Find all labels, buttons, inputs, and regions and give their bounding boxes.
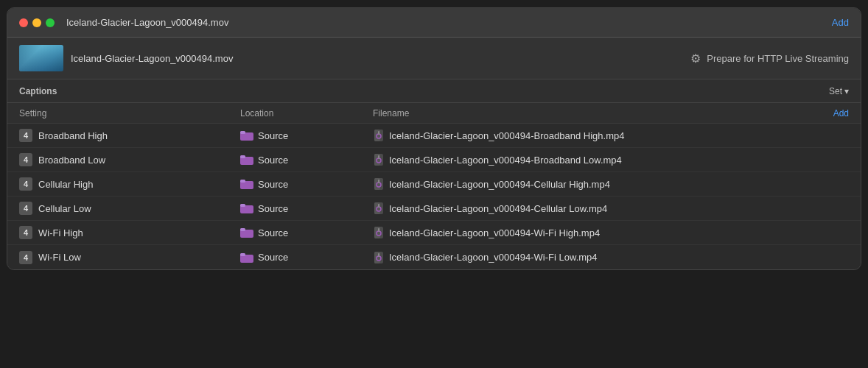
svg-rect-29 [378,228,379,232]
streaming-label: Prepare for HTTP Live Streaming [707,53,849,64]
table-body: 4 Broadband High Source Iceland- [7,124,861,269]
filename-label: Iceland-Glacier-Lagoon_v000494-Broadband… [389,130,624,141]
set-label: Set [829,86,842,96]
filename-label: Iceland-Glacier-Lagoon_v000494-Wi-Fi Hig… [389,227,600,238]
file-icon [373,154,385,166]
setting-label: Wi-Fi High [38,227,83,238]
table-row[interactable]: 4 Cellular High Source Iceland-G [7,172,861,197]
location-cell: Source [240,155,373,166]
table-row[interactable]: 4 Wi-Fi High Source Iceland-Glac [7,221,861,245]
num-badge: 4 [19,251,32,264]
table-row[interactable]: 4 Wi-Fi Low Source Iceland-Glaci [7,245,861,269]
location-label: Source [258,179,288,190]
location-label: Source [258,155,288,166]
setting-cell: 4 Broadband High [19,129,240,142]
file-icon [373,178,385,190]
folder-icon [240,203,253,213]
col-header-location: Location [240,108,373,118]
svg-rect-7 [240,155,245,158]
location-cell: Source [240,252,373,263]
svg-rect-5 [378,131,379,135]
location-label: Source [258,227,288,238]
setting-label: Cellular High [38,179,93,190]
file-thumbnail [19,45,63,71]
table-header: Setting Location Filename Add [7,103,861,124]
num-badge: 4 [19,177,32,191]
main-window: Iceland-Glacier-Lagoon_v000494.mov Add I… [7,7,861,270]
setting-cell: 4 Wi-Fi Low [19,251,240,264]
svg-rect-13 [240,180,245,183]
location-cell: Source [240,227,373,238]
setting-cell: 4 Wi-Fi High [19,226,240,239]
filename-cell: Iceland-Glacier-Lagoon_v000494-Broadband… [373,130,849,141]
captions-header: Captions Set ▾ [7,79,861,103]
setting-label: Wi-Fi Low [38,252,81,263]
svg-rect-1 [240,131,245,134]
folder-icon [240,227,253,238]
title-bar: Iceland-Glacier-Lagoon_v000494.mov Add [7,8,861,38]
num-badge: 4 [19,202,32,215]
col-header-filename: Filename [373,108,833,118]
svg-rect-31 [240,253,245,256]
folder-icon [240,155,253,165]
window-title: Iceland-Glacier-Lagoon_v000494.mov [66,17,228,28]
location-label: Source [258,130,288,141]
close-button[interactable] [19,18,28,27]
filename-cell: Iceland-Glacier-Lagoon_v000494-Wi-Fi Low… [373,252,849,263]
col-header-setting: Setting [19,108,240,118]
svg-rect-11 [378,155,379,159]
title-bar-left: Iceland-Glacier-Lagoon_v000494.mov [19,17,228,28]
file-icon [373,227,385,238]
folder-icon [240,252,253,263]
file-icon [373,252,385,263]
svg-rect-17 [378,180,379,183]
num-badge: 4 [19,153,32,166]
location-label: Source [258,252,288,263]
folder-icon [240,179,253,189]
filename-cell: Iceland-Glacier-Lagoon_v000494-Broadband… [373,154,849,166]
filename-cell: Iceland-Glacier-Lagoon_v000494-Wi-Fi Hig… [373,227,849,238]
location-cell: Source [240,130,373,141]
svg-rect-23 [378,204,379,208]
setting-cell: 4 Cellular High [19,177,240,191]
setting-cell: 4 Broadband Low [19,153,240,166]
chevron-down-icon: ▾ [844,86,849,96]
fullscreen-button[interactable] [46,18,55,27]
folder-icon [240,130,253,141]
table-row[interactable]: 4 Broadband Low Source Iceland-G [7,148,861,172]
svg-rect-19 [240,204,245,207]
filename-label: Iceland-Glacier-Lagoon_v000494-Broadband… [389,155,622,166]
location-label: Source [258,203,288,214]
table-row[interactable]: 4 Cellular Low Source Iceland-Gl [7,197,861,221]
table-container: Setting Location Filename Add 4 Broadban… [7,103,861,269]
table-add-button[interactable]: Add [833,108,849,118]
captions-label: Captions [19,86,57,96]
filename-label: Iceland-Glacier-Lagoon_v000494-Wi-Fi Low… [389,252,598,263]
setting-label: Broadband Low [38,155,105,166]
add-button-title[interactable]: Add [832,17,849,28]
file-header: Iceland-Glacier-Lagoon_v000494.mov ⚙ Pre… [7,38,861,79]
svg-rect-35 [378,253,379,257]
location-cell: Source [240,179,373,190]
filename-cell: Iceland-Glacier-Lagoon_v000494-Cellular … [373,178,849,190]
setting-label: Broadband High [38,130,108,141]
minimize-button[interactable] [32,18,41,27]
setting-label: Cellular Low [38,203,91,214]
file-icon [373,202,385,214]
location-cell: Source [240,203,373,214]
filename-label: Iceland-Glacier-Lagoon_v000494-Cellular … [389,203,607,214]
file-icon [373,130,385,141]
streaming-control[interactable]: ⚙ Prepare for HTTP Live Streaming [690,52,849,66]
table-row[interactable]: 4 Broadband High Source Iceland- [7,124,861,148]
traffic-lights [19,18,55,27]
num-badge: 4 [19,226,32,239]
file-header-left: Iceland-Glacier-Lagoon_v000494.mov [19,45,233,71]
setting-cell: 4 Cellular Low [19,202,240,215]
file-name: Iceland-Glacier-Lagoon_v000494.mov [71,53,233,64]
svg-rect-25 [240,228,245,231]
set-dropdown[interactable]: Set ▾ [829,86,849,96]
filename-label: Iceland-Glacier-Lagoon_v000494-Cellular … [389,179,610,190]
num-badge: 4 [19,129,32,142]
filename-cell: Iceland-Glacier-Lagoon_v000494-Cellular … [373,202,849,214]
gear-icon: ⚙ [690,52,701,66]
